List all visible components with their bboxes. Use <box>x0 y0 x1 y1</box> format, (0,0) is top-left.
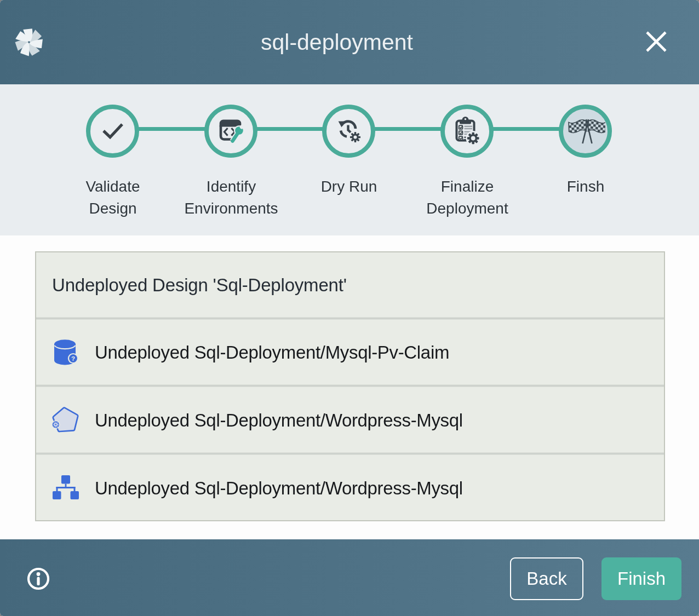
svg-text:?: ? <box>71 355 75 362</box>
